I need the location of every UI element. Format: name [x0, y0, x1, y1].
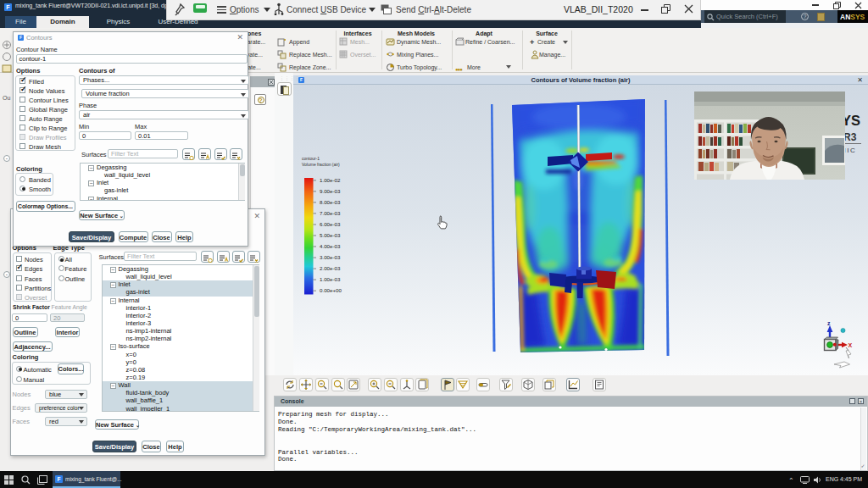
- svg-text:9.00e-03: 9.00e-03: [320, 188, 341, 194]
- svg-text:z: z: [827, 320, 831, 326]
- svg-text:6.00e-03: 6.00e-03: [320, 221, 341, 227]
- svg-text:4.00e-03: 4.00e-03: [320, 243, 341, 249]
- svg-text:1.00e-02: 1.00e-02: [320, 177, 341, 183]
- svg-text:contour-1: contour-1: [302, 156, 320, 161]
- svg-text:X: X: [849, 342, 853, 348]
- svg-text:0.00e+00: 0.00e+00: [320, 287, 342, 293]
- svg-text:1.00e-03: 1.00e-03: [320, 276, 341, 282]
- svg-text:8.00e-03: 8.00e-03: [320, 199, 341, 205]
- svg-text:2.00e-03: 2.00e-03: [320, 265, 341, 271]
- svg-text:3.00e-03: 3.00e-03: [320, 254, 341, 260]
- svg-text:7.00e-03: 7.00e-03: [320, 210, 341, 216]
- svg-text:5.00e-03: 5.00e-03: [320, 232, 341, 238]
- svg-text:R3: R3: [843, 131, 857, 143]
- svg-text:Volume fraction (air): Volume fraction (air): [302, 162, 340, 167]
